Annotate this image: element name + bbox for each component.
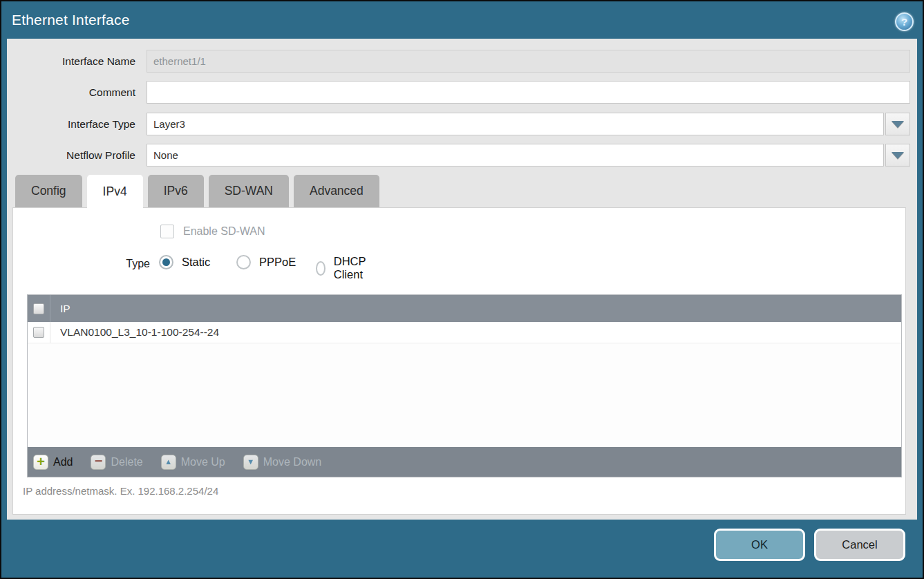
ipv4-tab-panel: Enable SD-WAN Type Static PPPoE DHCP Cli… — [12, 207, 906, 515]
chevron-down-icon — [892, 121, 904, 128]
radio-static-label: Static — [182, 256, 210, 269]
radio-pppoe-label: PPPoE — [259, 256, 296, 269]
move-up-button: ▲ Move Up — [161, 455, 225, 470]
tab-sdwan[interactable]: SD-WAN — [209, 175, 289, 207]
interface-name-field — [147, 50, 910, 73]
type-label: Type — [13, 255, 150, 273]
plus-icon: + — [33, 455, 48, 470]
interface-type-label: Interface Type — [7, 113, 142, 135]
header-checkbox-cell — [28, 295, 50, 322]
ip-column-header: IP — [50, 303, 70, 315]
tab-config[interactable]: Config — [15, 175, 82, 207]
add-button[interactable]: + Add — [33, 455, 73, 470]
radio-static[interactable]: Static — [159, 255, 210, 269]
radio-icon — [236, 255, 251, 269]
comment-field[interactable] — [147, 81, 910, 104]
interface-type-dropdown-button[interactable] — [885, 113, 910, 135]
minus-icon: − — [91, 455, 106, 470]
table-toolbar: + Add − Delete ▲ Move Up ▼ Move Down — [28, 447, 901, 477]
cancel-button-label: Cancel — [842, 538, 877, 551]
table-body: VLAN0100_L3_10-1-100-254--24 — [28, 322, 901, 447]
radio-icon — [316, 261, 326, 276]
delete-button-label: Delete — [111, 456, 142, 468]
row-checkbox[interactable] — [33, 327, 44, 338]
chevron-down-icon — [892, 152, 904, 159]
help-icon[interactable]: ? — [895, 12, 914, 31]
help-icon-glyph: ? — [901, 16, 907, 28]
add-button-label: Add — [53, 456, 73, 468]
tab-ipv6[interactable]: IPv6 — [148, 175, 204, 207]
netflow-profile-field[interactable] — [147, 144, 884, 167]
move-up-button-label: Move Up — [181, 456, 225, 468]
title-bar: Ethernet Interface — [1, 1, 923, 39]
tab-strip: Config IPv4 IPv6 SD-WAN Advanced — [15, 175, 379, 207]
enable-sdwan-checkbox — [160, 225, 174, 238]
tab-ipv6-label: IPv6 — [164, 184, 188, 198]
dialog-content: Interface Name Comment Interface Type Ne… — [7, 39, 917, 520]
netflow-profile-row: Netflow Profile — [7, 144, 917, 167]
enable-sdwan-label: Enable SD-WAN — [183, 225, 265, 238]
table-header: IP — [28, 295, 901, 322]
select-all-checkbox[interactable] — [33, 303, 44, 314]
tab-advanced[interactable]: Advanced — [294, 175, 379, 207]
comment-label: Comment — [7, 81, 142, 104]
arrow-up-icon: ▲ — [161, 455, 176, 470]
interface-name-label: Interface Name — [7, 50, 142, 73]
interface-type-row: Interface Type — [7, 113, 917, 135]
move-down-button-label: Move Down — [263, 456, 321, 468]
ip-format-hint: IP address/netmask. Ex. 192.168.2.254/24 — [23, 485, 218, 497]
tab-config-label: Config — [31, 184, 66, 198]
ok-button[interactable]: OK — [714, 529, 805, 561]
radio-dhcp-client-label: DHCP Client — [334, 255, 371, 281]
interface-type-field[interactable] — [147, 113, 884, 135]
delete-button: − Delete — [91, 455, 142, 470]
table-row[interactable]: VLAN0100_L3_10-1-100-254--24 — [28, 322, 901, 343]
radio-pppoe[interactable]: PPPoE — [236, 255, 296, 269]
netflow-profile-label: Netflow Profile — [7, 144, 142, 167]
radio-icon — [159, 255, 173, 269]
cancel-button[interactable]: Cancel — [814, 529, 905, 561]
interface-name-row: Interface Name — [7, 50, 917, 73]
dialog-title: Ethernet Interface — [12, 12, 130, 28]
netflow-profile-dropdown-button[interactable] — [885, 144, 910, 167]
arrow-down-icon: ▼ — [243, 455, 258, 470]
tab-ipv4-label: IPv4 — [103, 184, 127, 199]
ip-address-table: IP VLAN0100_L3_10-1-100-254--24 + Add — [27, 294, 902, 477]
comment-row: Comment — [7, 81, 917, 104]
tab-ipv4[interactable]: IPv4 — [87, 175, 143, 209]
ip-cell: VLAN0100_L3_10-1-100-254--24 — [50, 326, 219, 339]
enable-sdwan-row: Enable SD-WAN — [160, 225, 265, 238]
ethernet-interface-dialog: Ethernet Interface ? Interface Name Comm… — [0, 0, 924, 579]
move-down-button: ▼ Move Down — [243, 455, 321, 470]
tab-advanced-label: Advanced — [310, 184, 364, 198]
radio-dhcp-client[interactable]: DHCP Client — [316, 255, 370, 281]
ok-button-label: OK — [751, 538, 768, 551]
row-checkbox-cell — [28, 322, 50, 343]
tab-sdwan-label: SD-WAN — [225, 184, 273, 198]
